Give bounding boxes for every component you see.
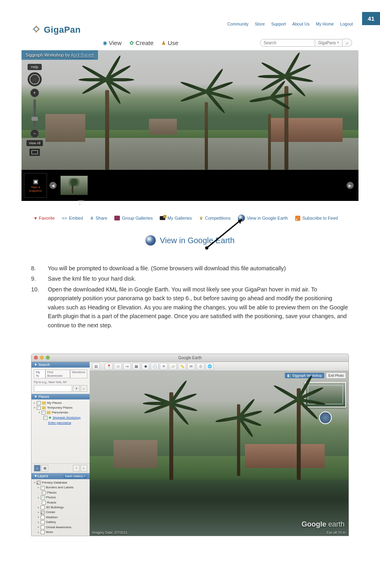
- link-about-us[interactable]: About Us: [292, 22, 309, 26]
- rss-icon: [295, 216, 300, 221]
- link-my-home[interactable]: My Home: [316, 22, 334, 26]
- tb-record[interactable]: ⏺: [141, 363, 149, 370]
- link-support[interactable]: Support: [271, 22, 286, 26]
- tree-my-places[interactable]: ▸My Places: [34, 401, 87, 405]
- search-scope-select[interactable]: GigaPans ▾: [315, 39, 343, 47]
- nav-use[interactable]: ♟Use: [161, 39, 178, 46]
- tab-directions[interactable]: Directions: [70, 370, 87, 378]
- layer-3d-buildings[interactable]: ▸3D Buildings: [34, 505, 87, 510]
- tb-image-overlay[interactable]: ▦: [132, 363, 140, 370]
- layer-borders-labels[interactable]: ▸Borders and Labels: [34, 485, 87, 490]
- maximize-icon[interactable]: [46, 356, 50, 360]
- svg-line-1: [207, 219, 242, 248]
- screenshot-gigapan: GigaPan Community Store Support About Us…: [19, 20, 361, 246]
- layers-pane-header[interactable]: ▼ LayersEarth Gallery »: [31, 473, 90, 479]
- compass-control[interactable]: [27, 72, 42, 87]
- tree-temporary-places[interactable]: ▾Temporary Places: [34, 405, 87, 410]
- search-input[interactable]: [260, 39, 315, 47]
- tree-siggraph[interactable]: ◆Siggraph Workshop: [34, 415, 87, 421]
- layer-ocean[interactable]: ▸▪Ocean: [34, 510, 87, 515]
- tb-placemark[interactable]: 📍: [105, 363, 113, 370]
- nav-create[interactable]: ✿Create: [129, 39, 153, 46]
- fly-to-input[interactable]: [34, 385, 72, 392]
- layer-places[interactable]: Places: [34, 490, 87, 495]
- my-galleries-button[interactable]: My Galleries: [160, 216, 192, 220]
- link-store[interactable]: Store: [255, 22, 265, 26]
- layer-gallery[interactable]: ▸Gallery: [34, 520, 87, 525]
- group-galleries-button[interactable]: Group Galleries: [114, 216, 153, 220]
- tb-planet[interactable]: 🪐: [169, 363, 177, 370]
- tb-sun[interactable]: ☀: [160, 363, 168, 370]
- history-button[interactable]: ▾: [73, 385, 80, 392]
- search-button[interactable]: ⌕: [343, 39, 352, 47]
- help-button[interactable]: Help: [27, 64, 42, 70]
- scroll-right-button[interactable]: ▶: [347, 182, 354, 189]
- fullscreen-button[interactable]: [29, 148, 40, 156]
- tb-polygon[interactable]: ◇: [114, 363, 122, 370]
- tree-panoramas[interactable]: ▾Panoramas: [34, 410, 87, 415]
- tb-ruler[interactable]: 📏: [178, 363, 186, 370]
- zoom-out-button[interactable]: −: [30, 129, 39, 138]
- tb-history[interactable]: 🕘: [151, 363, 159, 370]
- layer-global-awareness[interactable]: ▸Global Awareness: [34, 525, 87, 530]
- snapshot-strip: ▣ Take a snapshot ◀ ▶: [22, 170, 358, 201]
- earth-gallery-button[interactable]: Earth Gallery »: [63, 474, 87, 478]
- gear-icon: ✿: [129, 40, 134, 46]
- places-clear-button[interactable]: ▦: [41, 465, 48, 472]
- minimize-icon[interactable]: [40, 356, 44, 360]
- tb-hide-sidebar[interactable]: ▥: [92, 363, 100, 370]
- add-button[interactable]: +: [73, 465, 80, 472]
- panorama-viewer[interactable]: Siggraph Workshop by April Barrett: [22, 50, 358, 170]
- search-pane-header[interactable]: ▼ Search: [31, 362, 90, 368]
- google-earth-icon: [145, 235, 156, 246]
- view-google-earth-callout: View in Google Earth: [19, 235, 361, 246]
- embed-button[interactable]: <>Embed: [62, 216, 83, 220]
- google-earth-logo: Google earth: [302, 520, 345, 529]
- ge-viewport[interactable]: ▥ 📍 ◇ ↝ ▦ ⏺ 🕘 ☀ 🪐 📏 ✉ ⎙ 🌐 ◧Siggraph: [90, 362, 349, 536]
- favorite-button[interactable]: ♥Favorite: [34, 216, 55, 220]
- tab-find-businesses[interactable]: Find Businesses: [45, 370, 70, 378]
- layers-tree: ▾▪Primary Database ▸Borders and Labels P…: [31, 479, 90, 536]
- tb-email[interactable]: ✉: [187, 363, 195, 370]
- close-icon[interactable]: [34, 356, 38, 360]
- subscribe-button[interactable]: Subscribe to Feed: [295, 216, 338, 221]
- window-title: Google Earth: [178, 356, 202, 360]
- link-community[interactable]: Community: [227, 22, 249, 26]
- nav-view[interactable]: ◉View: [103, 39, 121, 46]
- scroll-left-button[interactable]: ◀: [49, 182, 57, 189]
- step-number: 10.: [31, 285, 42, 330]
- trophy-icon: ♛: [199, 216, 203, 221]
- layer-weather[interactable]: ▸Weather: [34, 515, 87, 520]
- tb-view-maps[interactable]: 🌐: [206, 363, 214, 370]
- screenshot-google-earth: Google Earth ▼ Search Fly To Find Busine…: [31, 354, 349, 536]
- magnifier-icon: ⌕: [346, 40, 349, 45]
- view-all-button[interactable]: View All: [26, 140, 43, 146]
- heart-icon: ♥: [34, 216, 37, 220]
- zoom-slider[interactable]: [33, 99, 36, 127]
- panorama-controls: Help + − View All: [26, 64, 43, 156]
- layer-roads[interactable]: Roads: [34, 500, 87, 505]
- link-logout[interactable]: Logout: [340, 22, 353, 26]
- share-button[interactable]: ⋔Share: [90, 216, 107, 221]
- folder-button[interactable]: ▪: [80, 465, 87, 472]
- instruction-list: 8.You will be prompted to download a fil…: [31, 264, 349, 330]
- action-toolbar: ♥Favorite <>Embed ⋔Share Group Galleries…: [19, 208, 361, 225]
- tb-print[interactable]: ⎙: [196, 363, 204, 370]
- layer-photos[interactable]: ▸Photos: [34, 495, 87, 500]
- tb-path[interactable]: ↝: [123, 363, 131, 370]
- layer-primary-database[interactable]: ▾▪Primary Database: [34, 480, 87, 485]
- gigapan-logo[interactable]: GigaPan: [31, 24, 81, 36]
- tab-fly-to[interactable]: Fly To: [34, 370, 45, 378]
- exit-photo-button[interactable]: Exit Photo: [326, 372, 346, 379]
- places-search-button[interactable]: ⌕: [34, 465, 41, 472]
- gigapan-logo-text: GigaPan: [44, 25, 81, 35]
- places-tree: ▸My Places ▾Temporary Places ▾Panoramas …: [31, 399, 90, 427]
- zoom-in-button[interactable]: +: [30, 88, 39, 97]
- layer-more[interactable]: ▸More: [34, 530, 87, 535]
- search-go-button[interactable]: ⌕: [80, 385, 87, 392]
- snapshot-thumbnail[interactable]: [61, 176, 88, 195]
- places-pane-header[interactable]: ▼ Places: [31, 394, 90, 399]
- ge-sidebar: ▼ Search Fly To Find Businesses Directio…: [31, 362, 90, 536]
- tree-enter-panorama[interactable]: Enter panorama: [34, 421, 87, 425]
- take-snapshot-button[interactable]: ▣ Take a snapshot: [24, 173, 47, 198]
